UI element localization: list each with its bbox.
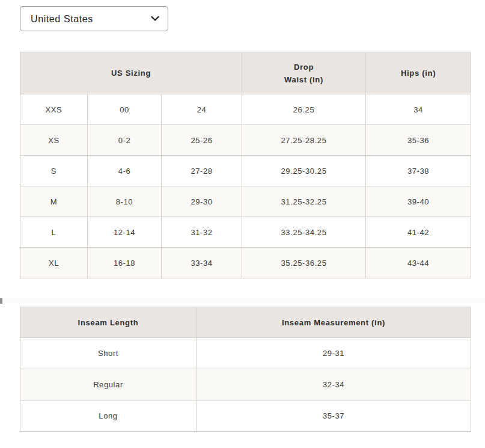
header-inseam-length: Inseam Length bbox=[20, 307, 197, 338]
cell-waist: 29-30 bbox=[162, 186, 242, 217]
cell-inseam-length: Short bbox=[20, 338, 197, 369]
cell-size: L bbox=[20, 217, 88, 248]
cell-hips: 35-36 bbox=[366, 125, 471, 156]
cell-drop-waist: 27.25-28.25 bbox=[242, 125, 366, 156]
horizontal-scrollbar-thumb[interactable] bbox=[0, 298, 2, 304]
table-row-l: L 12-14 31-32 33.25-34.25 41-42 bbox=[20, 217, 471, 248]
cell-hips: 39-40 bbox=[366, 186, 471, 217]
cell-hips: 41-42 bbox=[366, 217, 471, 248]
header-drop-waist-line2: Waist (in) bbox=[242, 73, 365, 86]
cell-waist: 31-32 bbox=[162, 217, 242, 248]
cell-inseam-measurement: 35-37 bbox=[197, 400, 471, 432]
cell-inseam-measurement: 32-34 bbox=[197, 369, 471, 400]
cell-us-numeric: 16-18 bbox=[88, 248, 162, 278]
cell-waist: 25-26 bbox=[162, 125, 242, 156]
cell-inseam-measurement: 29-31 bbox=[197, 338, 471, 369]
cell-size: XL bbox=[20, 248, 88, 278]
cell-drop-waist: 31.25-32.25 bbox=[242, 186, 366, 217]
cell-size: M bbox=[20, 186, 88, 217]
table-row-m: M 8-10 29-30 31.25-32.25 39-40 bbox=[20, 186, 471, 217]
table-row-short: Short 29-31 bbox=[20, 338, 471, 369]
cell-drop-waist: 26.25 bbox=[242, 94, 366, 125]
inseam-table: Inseam Length Inseam Measurement (in) Sh… bbox=[20, 307, 471, 432]
header-drop-waist-line1: Drop bbox=[242, 61, 365, 73]
header-hips: Hips (in) bbox=[366, 52, 471, 94]
header-us-sizing: US Sizing bbox=[20, 52, 242, 94]
inseam-header-row: Inseam Length Inseam Measurement (in) bbox=[20, 307, 471, 338]
cell-inseam-length: Long bbox=[20, 400, 197, 432]
cell-waist: 27-28 bbox=[162, 156, 242, 186]
cell-us-numeric: 4-6 bbox=[88, 156, 162, 186]
sizing-header-row: US Sizing Drop Waist (in) Hips (in) bbox=[20, 52, 471, 94]
us-sizing-table: US Sizing Drop Waist (in) Hips (in) XXS … bbox=[20, 52, 471, 278]
table-row-s: S 4-6 27-28 29.25-30.25 37-38 bbox=[20, 156, 471, 186]
table-row-long: Long 35-37 bbox=[20, 400, 471, 432]
cell-drop-waist: 29.25-30.25 bbox=[242, 156, 366, 186]
cell-us-numeric: 8-10 bbox=[88, 186, 162, 217]
country-selector[interactable]: United States bbox=[20, 6, 168, 31]
size-guide-page: United States US Sizing Drop Waist (in) … bbox=[0, 0, 485, 448]
cell-inseam-length: Regular bbox=[20, 369, 197, 400]
table-row-xl: XL 16-18 33-34 35.25-36.25 43-44 bbox=[20, 248, 471, 278]
cell-drop-waist: 33.25-34.25 bbox=[242, 217, 366, 248]
header-drop-waist: Drop Waist (in) bbox=[242, 52, 366, 94]
cell-hips: 37-38 bbox=[366, 156, 471, 186]
cell-us-numeric: 0-2 bbox=[88, 125, 162, 156]
table-row-xs: XS 0-2 25-26 27.25-28.25 35-36 bbox=[20, 125, 471, 156]
cell-size: S bbox=[20, 156, 88, 186]
cell-size: XS bbox=[20, 125, 88, 156]
cell-us-numeric: 00 bbox=[88, 94, 162, 125]
country-selector-wrap: United States bbox=[20, 6, 168, 31]
cell-waist: 24 bbox=[162, 94, 242, 125]
cell-drop-waist: 35.25-36.25 bbox=[242, 248, 366, 278]
cell-hips: 34 bbox=[366, 94, 471, 125]
header-inseam-measurement: Inseam Measurement (in) bbox=[197, 307, 471, 338]
cell-size: XXS bbox=[20, 94, 88, 125]
horizontal-scrollbar-track[interactable] bbox=[0, 298, 485, 304]
cell-hips: 43-44 bbox=[366, 248, 471, 278]
table-row-regular: Regular 32-34 bbox=[20, 369, 471, 400]
cell-us-numeric: 12-14 bbox=[88, 217, 162, 248]
cell-waist: 33-34 bbox=[162, 248, 242, 278]
table-row-xxs: XXS 00 24 26.25 34 bbox=[20, 94, 471, 125]
